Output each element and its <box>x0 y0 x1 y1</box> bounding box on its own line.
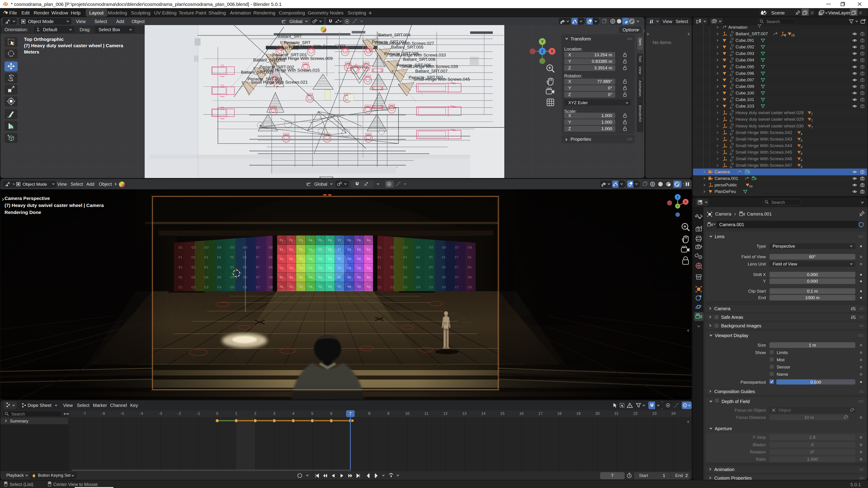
svg-text:Battant_SRT.003: Battant_SRT.003 <box>241 70 273 75</box>
svg-text:Battant_SRT: Battant_SRT <box>278 34 302 39</box>
svg-text:Z: Z <box>541 50 544 53</box>
svg-text:Battant_SRT.001: Battant_SRT.001 <box>266 46 298 51</box>
svg-text:Small Hinge With Screws.039: Small Hinge With Screws.039 <box>401 64 458 69</box>
svg-text:Battant_SRT.004: Battant_SRT.004 <box>378 33 410 37</box>
svg-text:Y: Y <box>541 40 544 43</box>
svg-text:Battant_SRT.007: Battant_SRT.007 <box>415 69 447 74</box>
svg-text:Z: Z <box>677 195 679 199</box>
svg-text:Y: Y <box>677 204 679 208</box>
svg-text:Small Hinge With Screws.033: Small Hinge With Screws.033 <box>389 53 446 57</box>
svg-text:Battant_SRT.006: Battant_SRT.006 <box>403 57 435 62</box>
svg-text:Small Hinge With Screws.021: Small Hinge With Screws.021 <box>251 80 308 85</box>
svg-text:Battant_SRT.002: Battant_SRT.002 <box>253 58 285 63</box>
svg-text:Battant_SRT.005: Battant_SRT.005 <box>391 45 423 50</box>
svg-text:Small Hinge With Screws.045: Small Hinge With Screws.045 <box>413 77 470 82</box>
svg-text:X: X <box>684 200 687 203</box>
svg-text:X: X <box>551 50 553 53</box>
